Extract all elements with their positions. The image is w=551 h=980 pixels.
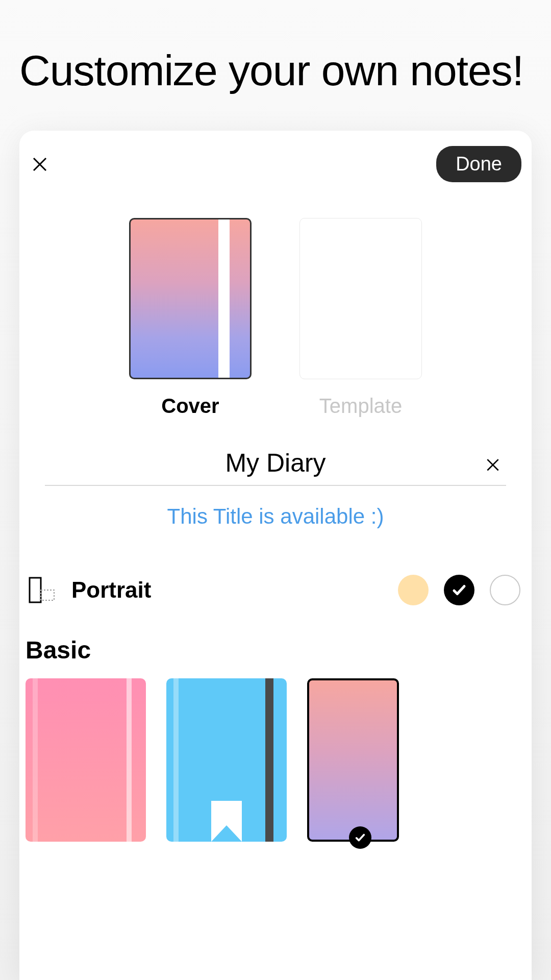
template-tab-label: Template [319, 395, 402, 418]
cover-band [265, 678, 273, 842]
tab-template[interactable]: Template [299, 218, 422, 418]
section-basic-title: Basic [19, 605, 532, 678]
clear-title-button[interactable] [485, 457, 501, 473]
cover-tab-label: Cover [161, 395, 219, 418]
check-icon [452, 582, 467, 598]
page-heading: Customize your own notes! [0, 0, 551, 126]
cover-grid [19, 678, 532, 842]
color-black[interactable] [444, 575, 474, 605]
topbar: Done [19, 146, 532, 182]
customize-card: Done Cover Template This Title is availa… [19, 131, 532, 980]
close-button[interactable] [24, 149, 55, 180]
color-white[interactable] [490, 575, 520, 605]
cover-option-gradient-selected[interactable] [307, 678, 399, 842]
portrait-landscape-icon [26, 575, 56, 605]
check-icon [355, 832, 366, 843]
title-input[interactable] [45, 448, 506, 478]
cover-option-pink[interactable] [26, 678, 146, 842]
bookmark-icon [211, 801, 242, 842]
title-availability: This Title is available :) [19, 504, 532, 529]
preview-tabs: Cover Template [19, 218, 532, 418]
title-field [45, 448, 506, 486]
color-swatches [398, 575, 525, 605]
orientation-icon[interactable] [26, 575, 56, 605]
selected-badge [349, 826, 371, 849]
done-button[interactable]: Done [436, 146, 521, 182]
cover-option-blue[interactable] [166, 678, 287, 842]
orientation-row: Portrait [19, 575, 532, 605]
template-preview [299, 218, 422, 379]
cover-preview [129, 218, 252, 379]
orientation-label: Portrait [71, 577, 383, 603]
color-beige[interactable] [398, 575, 429, 605]
close-icon [31, 155, 49, 174]
tab-cover[interactable]: Cover [129, 218, 252, 418]
close-icon [485, 457, 501, 473]
svg-rect-5 [41, 590, 54, 600]
svg-rect-4 [30, 578, 41, 602]
